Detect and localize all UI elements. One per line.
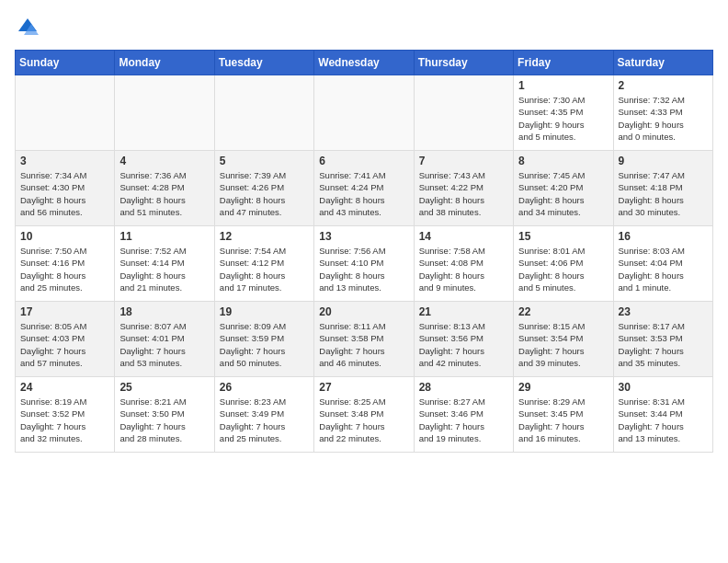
logo <box>15 15 44 40</box>
calendar-cell: 25Sunrise: 8:21 AM Sunset: 3:50 PM Dayli… <box>115 377 214 453</box>
day-info: Sunrise: 8:05 AM Sunset: 4:03 PM Dayligh… <box>20 320 109 369</box>
calendar-cell: 10Sunrise: 7:50 AM Sunset: 4:16 PM Dayli… <box>16 226 115 302</box>
day-number: 12 <box>220 230 309 243</box>
day-info: Sunrise: 8:01 AM Sunset: 4:06 PM Dayligh… <box>518 245 608 293</box>
day-number: 11 <box>119 230 209 243</box>
calendar-cell: 23Sunrise: 8:17 AM Sunset: 3:53 PM Dayli… <box>613 302 712 377</box>
day-info: Sunrise: 8:17 AM Sunset: 3:53 PM Dayligh… <box>619 320 708 369</box>
day-info: Sunrise: 8:03 AM Sunset: 4:04 PM Dayligh… <box>619 245 708 293</box>
calendar-cell: 8Sunrise: 7:45 AM Sunset: 4:20 PM Daylig… <box>514 151 613 226</box>
calendar-week-2: 3Sunrise: 7:34 AM Sunset: 4:30 PM Daylig… <box>16 151 713 226</box>
day-number: 17 <box>20 305 109 318</box>
day-info: Sunrise: 8:31 AM Sunset: 3:44 PM Dayligh… <box>619 396 708 444</box>
day-number: 6 <box>319 155 408 167</box>
day-info: Sunrise: 8:23 AM Sunset: 3:49 PM Dayligh… <box>220 396 309 444</box>
calendar-cell: 22Sunrise: 8:15 AM Sunset: 3:54 PM Dayli… <box>514 302 613 377</box>
calendar-cell: 13Sunrise: 7:56 AM Sunset: 4:10 PM Dayli… <box>314 226 414 302</box>
calendar-cell: 6Sunrise: 7:41 AM Sunset: 4:24 PM Daylig… <box>314 151 414 226</box>
day-number: 24 <box>20 381 109 394</box>
calendar-cell: 16Sunrise: 8:03 AM Sunset: 4:04 PM Dayli… <box>613 226 712 302</box>
day-number: 9 <box>619 155 708 167</box>
day-number: 29 <box>518 381 608 394</box>
day-info: Sunrise: 8:27 AM Sunset: 3:46 PM Dayligh… <box>419 396 508 444</box>
calendar-cell: 21Sunrise: 8:13 AM Sunset: 3:56 PM Dayli… <box>414 302 513 377</box>
day-info: Sunrise: 8:15 AM Sunset: 3:54 PM Dayligh… <box>518 320 608 369</box>
day-info: Sunrise: 7:52 AM Sunset: 4:14 PM Dayligh… <box>119 245 209 293</box>
day-number: 19 <box>220 305 309 318</box>
calendar-cell: 17Sunrise: 8:05 AM Sunset: 4:03 PM Dayli… <box>16 302 115 377</box>
day-number: 3 <box>20 155 109 167</box>
day-number: 18 <box>119 305 209 318</box>
page-header <box>15 15 713 40</box>
calendar-cell <box>16 75 115 151</box>
calendar-cell: 9Sunrise: 7:47 AM Sunset: 4:18 PM Daylig… <box>613 151 712 226</box>
day-info: Sunrise: 8:09 AM Sunset: 3:59 PM Dayligh… <box>220 320 309 369</box>
day-info: Sunrise: 8:19 AM Sunset: 3:52 PM Dayligh… <box>20 396 109 444</box>
day-number: 4 <box>119 155 209 167</box>
day-info: Sunrise: 7:50 AM Sunset: 4:16 PM Dayligh… <box>20 245 109 293</box>
calendar-cell: 14Sunrise: 7:58 AM Sunset: 4:08 PM Dayli… <box>414 226 513 302</box>
calendar-header-row: SundayMondayTuesdayWednesdayThursdayFrid… <box>16 51 713 75</box>
day-number: 10 <box>20 230 109 243</box>
day-info: Sunrise: 7:58 AM Sunset: 4:08 PM Dayligh… <box>419 245 508 293</box>
calendar-cell <box>314 75 414 151</box>
weekday-header-monday: Monday <box>115 51 214 75</box>
day-number: 7 <box>419 155 508 167</box>
day-number: 28 <box>419 381 508 394</box>
weekday-header-sunday: Sunday <box>16 51 115 75</box>
day-number: 21 <box>419 305 508 318</box>
day-number: 8 <box>518 155 608 167</box>
day-info: Sunrise: 7:36 AM Sunset: 4:28 PM Dayligh… <box>119 169 209 218</box>
day-number: 20 <box>319 305 408 318</box>
calendar-week-3: 10Sunrise: 7:50 AM Sunset: 4:16 PM Dayli… <box>16 226 713 302</box>
day-number: 23 <box>619 305 708 318</box>
day-number: 1 <box>518 79 608 92</box>
day-number: 30 <box>619 381 708 394</box>
weekday-header-tuesday: Tuesday <box>214 51 313 75</box>
calendar-cell: 30Sunrise: 8:31 AM Sunset: 3:44 PM Dayli… <box>613 377 712 453</box>
day-number: 26 <box>220 381 309 394</box>
calendar-cell: 26Sunrise: 8:23 AM Sunset: 3:49 PM Dayli… <box>214 377 313 453</box>
calendar-cell: 3Sunrise: 7:34 AM Sunset: 4:30 PM Daylig… <box>16 151 115 226</box>
calendar-cell: 1Sunrise: 7:30 AM Sunset: 4:35 PM Daylig… <box>514 75 613 151</box>
day-info: Sunrise: 8:13 AM Sunset: 3:56 PM Dayligh… <box>419 320 508 369</box>
calendar-cell: 18Sunrise: 8:07 AM Sunset: 4:01 PM Dayli… <box>115 302 214 377</box>
day-number: 5 <box>220 155 309 167</box>
day-info: Sunrise: 7:39 AM Sunset: 4:26 PM Dayligh… <box>220 169 309 218</box>
day-number: 13 <box>319 230 408 243</box>
day-info: Sunrise: 8:11 AM Sunset: 3:58 PM Dayligh… <box>319 320 408 369</box>
calendar-cell: 28Sunrise: 8:27 AM Sunset: 3:46 PM Dayli… <box>414 377 513 453</box>
day-info: Sunrise: 8:25 AM Sunset: 3:48 PM Dayligh… <box>319 396 408 444</box>
day-number: 14 <box>419 230 508 243</box>
day-info: Sunrise: 7:30 AM Sunset: 4:35 PM Dayligh… <box>518 94 608 143</box>
day-info: Sunrise: 8:07 AM Sunset: 4:01 PM Dayligh… <box>119 320 209 369</box>
calendar-cell: 5Sunrise: 7:39 AM Sunset: 4:26 PM Daylig… <box>214 151 313 226</box>
day-info: Sunrise: 7:32 AM Sunset: 4:33 PM Dayligh… <box>619 94 708 143</box>
calendar-cell: 4Sunrise: 7:36 AM Sunset: 4:28 PM Daylig… <box>115 151 214 226</box>
calendar-week-1: 1Sunrise: 7:30 AM Sunset: 4:35 PM Daylig… <box>16 75 713 151</box>
day-number: 2 <box>619 79 708 92</box>
day-number: 27 <box>319 381 408 394</box>
day-info: Sunrise: 7:56 AM Sunset: 4:10 PM Dayligh… <box>319 245 408 293</box>
day-info: Sunrise: 8:21 AM Sunset: 3:50 PM Dayligh… <box>119 396 209 444</box>
calendar-cell: 19Sunrise: 8:09 AM Sunset: 3:59 PM Dayli… <box>214 302 313 377</box>
day-info: Sunrise: 7:54 AM Sunset: 4:12 PM Dayligh… <box>220 245 309 293</box>
calendar-week-5: 24Sunrise: 8:19 AM Sunset: 3:52 PM Dayli… <box>16 377 713 453</box>
calendar-cell: 11Sunrise: 7:52 AM Sunset: 4:14 PM Dayli… <box>115 226 214 302</box>
day-info: Sunrise: 7:34 AM Sunset: 4:30 PM Dayligh… <box>20 169 109 218</box>
day-info: Sunrise: 7:43 AM Sunset: 4:22 PM Dayligh… <box>419 169 508 218</box>
calendar-cell: 20Sunrise: 8:11 AM Sunset: 3:58 PM Dayli… <box>314 302 414 377</box>
weekday-header-friday: Friday <box>514 51 613 75</box>
calendar-cell: 29Sunrise: 8:29 AM Sunset: 3:45 PM Dayli… <box>514 377 613 453</box>
calendar-table: SundayMondayTuesdayWednesdayThursdayFrid… <box>15 50 713 453</box>
day-number: 16 <box>619 230 708 243</box>
day-info: Sunrise: 7:41 AM Sunset: 4:24 PM Dayligh… <box>319 169 408 218</box>
logo-icon <box>15 15 40 40</box>
day-info: Sunrise: 7:45 AM Sunset: 4:20 PM Dayligh… <box>518 169 608 218</box>
day-info: Sunrise: 7:47 AM Sunset: 4:18 PM Dayligh… <box>619 169 708 218</box>
day-info: Sunrise: 8:29 AM Sunset: 3:45 PM Dayligh… <box>518 396 608 444</box>
calendar-cell: 2Sunrise: 7:32 AM Sunset: 4:33 PM Daylig… <box>613 75 712 151</box>
calendar-cell <box>414 75 513 151</box>
calendar-cell: 15Sunrise: 8:01 AM Sunset: 4:06 PM Dayli… <box>514 226 613 302</box>
calendar-cell <box>214 75 313 151</box>
